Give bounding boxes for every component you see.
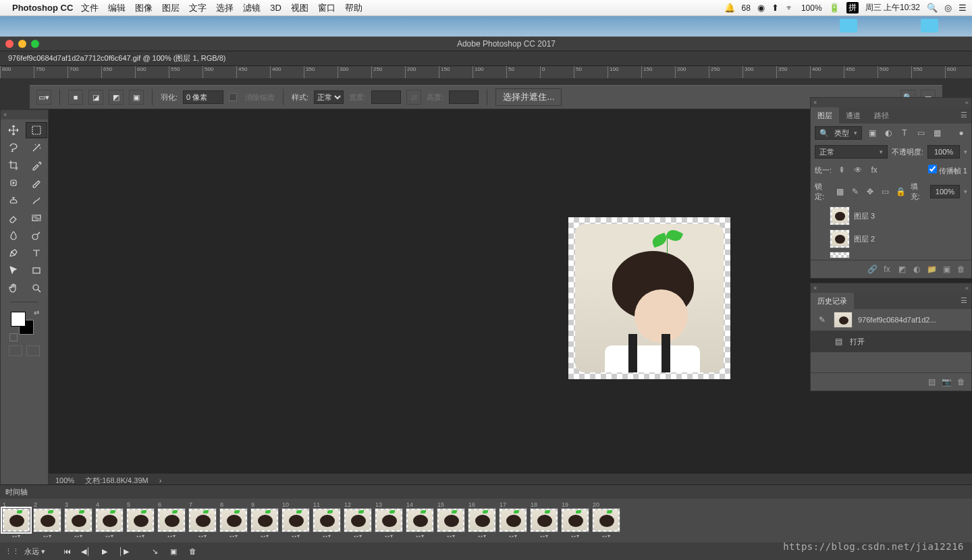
layer-filter-select[interactable]: 🔍类型▾ <box>815 126 862 140</box>
loop-select[interactable]: 永远 ▾ <box>24 547 45 557</box>
layer-thumbnail[interactable] <box>830 206 850 225</box>
timeline-frame[interactable]: 4•.• ▾ <box>94 501 124 540</box>
first-frame-icon[interactable]: ⏮ <box>60 545 74 557</box>
timeline-frame[interactable]: 3•.• ▾ <box>63 501 93 540</box>
wechat-icon[interactable]: ◉ <box>757 3 765 13</box>
spotlight-icon[interactable]: 🔍 <box>927 3 938 13</box>
eyedropper-tool[interactable] <box>26 157 47 173</box>
type-tool[interactable] <box>26 245 47 261</box>
artboard[interactable] <box>568 217 730 379</box>
marquee-tool[interactable] <box>26 122 47 138</box>
hand-tool[interactable] <box>3 280 24 296</box>
timeline-frame[interactable]: 16•.• ▾ <box>467 501 497 540</box>
timeline-frame[interactable]: 18•.• ▾ <box>529 501 559 540</box>
select-and-mask-button[interactable]: 选择并遮住... <box>495 88 562 106</box>
zoom-level[interactable]: 100% <box>55 476 74 484</box>
toolbox-close-icon[interactable]: × <box>3 111 7 118</box>
menu-help[interactable]: 帮助 <box>345 2 362 14</box>
feather-input[interactable] <box>183 90 223 104</box>
history-brush-tool[interactable] <box>26 192 47 208</box>
tool-preset-icon[interactable]: ▭▾ <box>36 90 51 105</box>
timeline-frame[interactable]: 11•.• ▾ <box>312 501 342 540</box>
lock-image-icon[interactable]: ✎ <box>850 186 861 198</box>
app-menu[interactable]: Photoshop CC <box>12 3 73 13</box>
adjustment-icon[interactable]: ◐ <box>911 263 923 275</box>
duplicate-frame-icon[interactable]: ▣ <box>167 545 180 557</box>
dodge-tool[interactable] <box>26 227 47 244</box>
menu-edit[interactable]: 编辑 <box>108 2 126 14</box>
tab-history[interactable]: 历史记录 <box>811 293 854 309</box>
lasso-tool[interactable] <box>3 140 24 156</box>
timeline-frame[interactable]: 9•.• ▾ <box>250 501 279 540</box>
layer-visibility-icon[interactable] <box>815 211 826 221</box>
selection-subtract-icon[interactable]: ◩ <box>109 90 124 105</box>
layer-visibility-icon[interactable] <box>815 233 826 244</box>
layer-item-partial[interactable] <box>811 250 971 260</box>
play-icon[interactable]: ▶ <box>98 545 111 557</box>
tab-layers[interactable]: 图层 <box>811 107 839 123</box>
mask-icon[interactable]: ◩ <box>896 263 908 275</box>
notification-icon[interactable]: 🔔 <box>724 3 735 13</box>
prev-frame-icon[interactable]: ◀│ <box>79 545 92 557</box>
menu-image[interactable]: 图像 <box>135 2 153 14</box>
spot-healing-tool[interactable] <box>3 175 24 191</box>
panel-close-icon[interactable]: × <box>813 285 817 291</box>
create-doc-icon[interactable]: ▤ <box>925 376 938 388</box>
move-tool[interactable] <box>3 122 24 138</box>
propagate-frame-checkbox[interactable] <box>928 165 937 173</box>
battery-icon[interactable]: 🔋 <box>829 3 840 13</box>
timeline-frame[interactable]: 15•.• ▾ <box>436 501 466 540</box>
menu-3d[interactable]: 3D <box>270 3 281 13</box>
brush-tool[interactable] <box>26 175 47 191</box>
next-frame-icon[interactable]: │▶ <box>117 545 130 557</box>
lock-transparency-icon[interactable]: ▩ <box>834 186 846 198</box>
blur-tool[interactable] <box>3 227 24 244</box>
menu-filter[interactable]: 滤镜 <box>243 2 261 14</box>
menubar-clock[interactable]: 周三 上午10:32 <box>865 2 920 13</box>
fill-input[interactable]: 100% <box>930 185 960 198</box>
docinfo-flyout-icon[interactable]: › <box>159 476 162 484</box>
style-select[interactable]: 正常 <box>314 90 344 104</box>
menu-view[interactable]: 视图 <box>291 2 308 14</box>
foreground-color[interactable] <box>11 312 26 327</box>
menu-type[interactable]: 文字 <box>189 2 207 14</box>
delete-frame-icon[interactable]: 🗑 <box>186 545 199 557</box>
fill-chevron-icon[interactable]: ▾ <box>964 188 967 195</box>
menu-window[interactable]: 窗口 <box>318 2 335 14</box>
window-zoom-button[interactable] <box>31 40 39 48</box>
timeline-menu-icon[interactable]: ⋮⋮ <box>5 545 19 557</box>
menu-file[interactable]: 文件 <box>81 2 99 14</box>
timeline-frame[interactable]: 7•.• ▾ <box>188 501 217 540</box>
new-layer-icon[interactable]: ▣ <box>940 263 952 275</box>
filter-type-icon[interactable]: T <box>898 127 911 139</box>
desktop-folder[interactable] <box>921 19 938 32</box>
timeline-frame[interactable]: 13•.• ▾ <box>374 501 404 540</box>
timeline-frame[interactable]: 1•.• ▾ <box>1 501 31 540</box>
panel-collapse-icon[interactable]: « <box>965 285 969 291</box>
unify-position-icon[interactable]: ⇞ <box>836 164 848 176</box>
quickmask-icon[interactable] <box>9 345 22 356</box>
pen-tool[interactable] <box>3 245 24 261</box>
link-layers-icon[interactable]: 🔗 <box>866 263 878 275</box>
panel-close-icon[interactable]: × <box>813 99 817 106</box>
antialias-checkbox[interactable] <box>229 93 237 101</box>
crop-tool[interactable] <box>3 157 24 173</box>
filter-smart-icon[interactable]: ▦ <box>931 127 943 139</box>
swap-colors-icon[interactable]: ⇄ <box>34 309 39 316</box>
trash-icon[interactable]: 🗑 <box>955 263 967 275</box>
layer-item[interactable]: 图层 2 <box>811 227 971 250</box>
selection-add-icon[interactable]: ◪ <box>88 90 103 105</box>
filter-shape-icon[interactable]: ▭ <box>915 127 927 139</box>
layer-thumbnail[interactable] <box>830 252 850 258</box>
panel-menu-icon[interactable]: ☰ <box>956 293 971 309</box>
tab-channels[interactable]: 通道 <box>839 107 867 123</box>
selection-intersect-icon[interactable]: ▣ <box>129 90 144 105</box>
filter-toggle-icon[interactable]: ● <box>955 127 967 139</box>
opacity-input[interactable]: 100% <box>927 145 960 159</box>
layer-name[interactable]: 图层 3 <box>854 211 875 221</box>
default-colors-icon[interactable] <box>9 333 18 341</box>
layer-visibility-icon[interactable] <box>815 252 826 258</box>
timeline-frame[interactable]: 10•.• ▾ <box>281 501 310 540</box>
gradient-tool[interactable] <box>26 210 47 226</box>
layer-name[interactable]: 图层 2 <box>854 234 875 244</box>
